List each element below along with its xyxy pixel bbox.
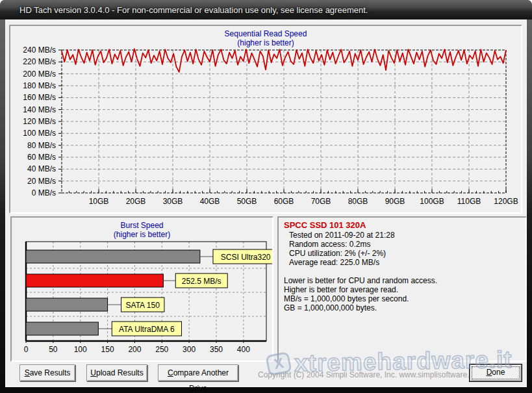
svg-text:150: 150 (101, 345, 114, 354)
app-window: HD Tach version 3.0.4.0 - For non-commer… (0, 0, 532, 393)
cpu-utilization-line: CPU utilization: 2% (+/- 2%) (284, 249, 520, 258)
svg-text:120 MB/s: 120 MB/s (23, 117, 56, 126)
svg-text:100 MB/s: 100 MB/s (23, 129, 56, 138)
average-read-line: Average read: 225.0 MB/s (284, 258, 520, 267)
save-results-button[interactable]: Save Results (19, 364, 75, 381)
svg-text:90GB: 90GB (385, 197, 405, 206)
svg-text:160 MB/s: 160 MB/s (23, 93, 56, 102)
burst-speed-chart: SCSI Ultra320252.5 MB/sSATA 150ATA Ultra… (12, 218, 272, 361)
svg-text:350: 350 (210, 345, 223, 354)
note-line: Higher is better for average read. (284, 285, 520, 294)
upload-results-button[interactable]: Upload Results (86, 364, 147, 381)
svg-text:SCSI Ultra320: SCSI Ultra320 (221, 253, 271, 262)
svg-text:30GB: 30GB (163, 197, 183, 206)
random-access-line: Random access: 0.2ms (284, 240, 520, 249)
titlebar[interactable]: HD Tach version 3.0.4.0 - For non-commer… (0, 0, 532, 19)
svg-text:50: 50 (49, 345, 58, 354)
note-line: GB = 1,000,000,000 bytes. (284, 303, 520, 312)
sequential-read-panel: Sequential Read Speed (higher is better)… (9, 25, 522, 214)
compare-label: ompare Another Drive (173, 368, 229, 393)
save-label: ave Results (30, 368, 71, 377)
svg-text:250: 250 (155, 345, 168, 354)
svg-text:20 MB/s: 20 MB/s (27, 177, 56, 186)
sequential-read-chart: 240 MB/s220 MB/s200 MB/s180 MB/s160 MB/s… (10, 26, 521, 212)
svg-text:200: 200 (128, 345, 141, 354)
svg-text:60 MB/s: 60 MB/s (27, 153, 56, 162)
svg-text:400: 400 (237, 345, 250, 354)
svg-text:180 MB/s: 180 MB/s (23, 81, 56, 90)
svg-text:140 MB/s: 140 MB/s (23, 105, 56, 114)
svg-text:200 MB/s: 200 MB/s (23, 70, 56, 79)
copyright-text: Copyright (C) 2004 Simpli Software, Inc.… (258, 370, 484, 379)
window-title: HD Tach version 3.0.4.0 - For non-commer… (19, 5, 368, 15)
burst-chart-title: Burst Speed (12, 221, 272, 230)
done-label: one (492, 368, 505, 377)
done-mnemonic: D (487, 368, 492, 377)
upload-label: pload Results (96, 368, 144, 377)
note-line: MB/s = 1,000,000 bytes per second. (284, 294, 520, 303)
done-button[interactable]: Done (469, 364, 522, 382)
svg-text:80 MB/s: 80 MB/s (27, 141, 56, 150)
svg-text:220 MB/s: 220 MB/s (23, 57, 56, 66)
svg-text:20GB: 20GB (126, 197, 146, 206)
upload-mnemonic: U (90, 368, 96, 377)
client-area: Sequential Read Speed (higher is better)… (5, 19, 527, 387)
svg-text:252.5 MB/s: 252.5 MB/s (182, 277, 222, 286)
svg-text:10GB: 10GB (89, 197, 109, 206)
svg-text:ATA UltraDMA 6: ATA UltraDMA 6 (119, 325, 175, 334)
svg-text:110GB: 110GB (457, 197, 481, 206)
svg-text:120GB: 120GB (494, 197, 518, 206)
svg-text:70GB: 70GB (311, 197, 331, 206)
seq-chart-subtitle: (higher is better) (10, 38, 521, 47)
svg-text:80GB: 80GB (348, 197, 368, 206)
info-spacer (284, 267, 520, 276)
drive-name: SPCC SSD 101 320A (284, 220, 520, 230)
compare-another-drive-button[interactable]: Compare Another Drive (158, 364, 238, 381)
svg-text:100: 100 (74, 345, 87, 354)
svg-text:0 MB/s: 0 MB/s (32, 188, 56, 197)
compare-mnemonic: C (168, 368, 173, 377)
svg-text:50GB: 50GB (237, 197, 257, 206)
drive-info-panel: SPCC SSD 101 320A Tested on 2011-09-20 a… (277, 216, 527, 362)
note-line: Lower is better for CPU and random acces… (284, 276, 520, 285)
burst-chart-subtitle: (higher is better) (12, 230, 272, 239)
svg-text:60GB: 60GB (274, 197, 294, 206)
seq-chart-title: Sequential Read Speed (10, 29, 521, 38)
svg-text:300: 300 (183, 345, 196, 354)
svg-text:40 MB/s: 40 MB/s (27, 164, 56, 173)
svg-text:SATA 150: SATA 150 (126, 301, 160, 310)
tested-on-line: Tested on 2011-09-20 at 21:28 (284, 231, 520, 240)
svg-text:40GB: 40GB (200, 197, 220, 206)
save-mnemonic: S (25, 368, 30, 377)
svg-text:100GB: 100GB (420, 197, 444, 206)
burst-speed-panel: Burst Speed (higher is better) SCSI Ultr… (10, 216, 273, 362)
svg-text:0: 0 (24, 345, 29, 354)
